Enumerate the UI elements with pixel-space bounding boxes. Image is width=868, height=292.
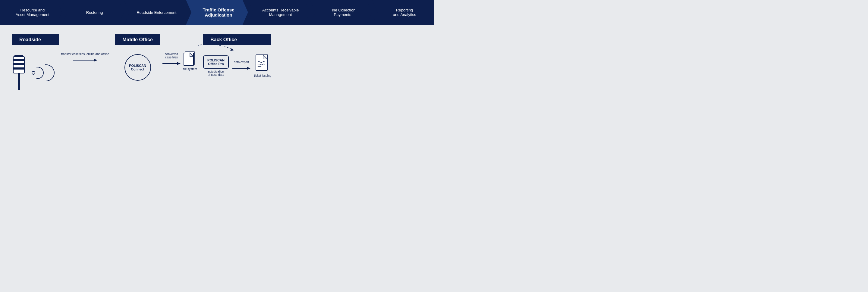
svg-marker-15 (247, 67, 250, 70)
arrow-export (232, 66, 250, 71)
section-roadside: Roadside (12, 34, 59, 92)
back-content: import of case data POLISCAN Office Pro … (203, 54, 271, 77)
sections-row: Roadside (12, 32, 422, 92)
nav-strip: Resource and Asset Management Rostering … (0, 0, 434, 25)
file-system-section: file system (183, 50, 197, 71)
svg-rect-2 (13, 59, 24, 61)
export-arrow-group: data export (232, 61, 250, 71)
signal-arc-small (36, 67, 44, 79)
signal-dot (32, 71, 35, 75)
nav-label-reporting: Reporting and Analytics (393, 8, 416, 17)
nav-label-accounts: Accounts Receivable Management (262, 8, 299, 17)
svg-rect-0 (18, 72, 20, 90)
ticket-section: ticket issuing (254, 54, 271, 77)
section-label-middle: Middle Office (115, 34, 160, 45)
data-export-label: data export (234, 61, 249, 64)
office-pro-label: POLISCAN Office Pro (207, 59, 224, 66)
section-middle: Middle Office POLISCAN Connect (115, 34, 160, 81)
signal-waves (32, 64, 55, 81)
nav-label-fine: Fine Collection Payments (330, 8, 355, 17)
ticket-label: ticket issuing (254, 74, 271, 77)
nav-label-rostering: Rostering (86, 10, 103, 15)
section-back: Back Office import of case data POLISCAN… (203, 34, 271, 77)
office-pro-box: POLISCAN Office Pro (203, 56, 229, 69)
file-system-label: file system (183, 67, 197, 71)
device-icon (12, 54, 26, 92)
nav-label-traffic: Traffic Offense Adjudication (203, 7, 235, 17)
transfer-section: transfer case files, online and offline (59, 52, 112, 63)
main-content: Roadside (0, 25, 434, 98)
nav-item-traffic[interactable]: Traffic Offense Adjudication (186, 0, 248, 25)
nav-item-rostering[interactable]: Rostering (62, 0, 124, 25)
roadside-content (12, 54, 59, 92)
svg-marker-9 (177, 62, 181, 65)
section-label-roadside: Roadside (12, 34, 59, 45)
nav-item-reporting[interactable]: Reporting and Analytics (372, 0, 434, 25)
svg-rect-5 (14, 55, 23, 57)
office-pro-group: import of case data POLISCAN Office Pro … (203, 56, 229, 76)
middle-content: POLISCAN Connect (115, 54, 160, 81)
nav-label-resource: Resource and Asset Management (16, 8, 50, 17)
file-system-icon (183, 50, 196, 66)
signal-arc-large (45, 64, 55, 81)
nav-item-resource[interactable]: Resource and Asset Management (0, 0, 62, 25)
converted-section: converted case files (162, 52, 181, 66)
import-dashed-arrow (198, 44, 234, 51)
import-label: import of case data (203, 40, 229, 44)
nav-item-roadside[interactable]: Roadside Enforcement (124, 0, 186, 25)
adjudication-label: adjudication of case data (208, 70, 224, 76)
converted-label: converted case files (165, 52, 178, 59)
transfer-label: transfer case files, online and offline (61, 52, 109, 56)
arrow-converted (162, 61, 181, 66)
nav-item-accounts[interactable]: Accounts Receivable Management (248, 0, 310, 25)
arrow-transfer (73, 58, 97, 63)
poliscan-connect-label: POLISCAN Connect (129, 64, 146, 71)
svg-rect-3 (13, 63, 24, 65)
poliscan-connect-circle: POLISCAN Connect (124, 54, 151, 81)
import-arrow-group: import of case data (198, 40, 234, 51)
ticket-icon (255, 54, 270, 73)
nav-item-fine[interactable]: Fine Collection Payments (310, 0, 372, 25)
nav-label-roadside: Roadside Enforcement (136, 10, 176, 15)
svg-rect-4 (13, 67, 24, 70)
svg-marker-7 (94, 59, 97, 62)
